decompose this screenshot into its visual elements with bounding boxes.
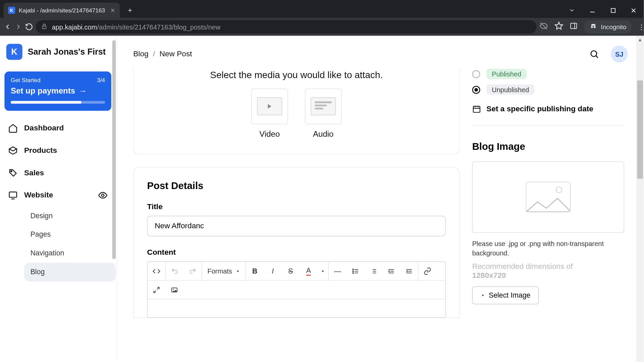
svg-rect-10: [9, 192, 17, 197]
bullet-list-button[interactable]: [346, 261, 364, 280]
media-option-video[interactable]: Video: [251, 88, 288, 139]
content-label: Content: [147, 248, 446, 257]
svg-line-17: [596, 56, 598, 58]
search-button[interactable]: [586, 46, 603, 63]
close-tab-icon[interactable]: ✕: [110, 7, 115, 14]
user-avatar[interactable]: SJ: [611, 46, 628, 63]
caret-down-icon: [481, 293, 485, 297]
post-details-panel: Post Details Title Content Formats: [133, 167, 460, 318]
window-minimize-icon[interactable]: [582, 3, 603, 18]
text-color-button[interactable]: A: [300, 261, 317, 280]
status-published-option[interactable]: Published: [472, 69, 624, 79]
editor-content-area[interactable]: [148, 299, 445, 317]
indent-button[interactable]: [400, 261, 418, 280]
forward-button[interactable]: [14, 19, 22, 34]
link-button[interactable]: [419, 261, 436, 280]
title-input[interactable]: [147, 216, 446, 236]
set-publish-date[interactable]: Set a specific publishing date: [472, 105, 624, 114]
redo-button[interactable]: [184, 261, 202, 280]
eye-off-icon[interactable]: [539, 21, 548, 32]
back-button[interactable]: [4, 19, 12, 34]
media-option-audio[interactable]: Audio: [305, 88, 341, 139]
sidebar-scrollbar[interactable]: [111, 40, 117, 299]
image-hint: Please use .jpg or .png with non-transpa…: [472, 239, 624, 258]
horizontal-rule-button[interactable]: —: [329, 261, 346, 280]
svg-line-35: [157, 287, 159, 289]
media-attach-panel: Select the media you would like to attac…: [133, 68, 460, 155]
window-close-icon[interactable]: ✕: [623, 3, 644, 18]
text-color-caret[interactable]: [317, 261, 328, 280]
kajabi-favicon: K: [8, 7, 15, 14]
kebab-menu-icon[interactable]: ⋮: [638, 22, 644, 31]
panel-icon[interactable]: [570, 22, 578, 32]
sidebar-item-sales[interactable]: Sales: [0, 162, 116, 184]
publish-status: Published Unpublished Set a specific pub…: [472, 68, 624, 126]
audio-thumbnail-icon: [305, 88, 341, 124]
svg-rect-2: [43, 26, 46, 28]
address-bar[interactable]: app.kajabi.com/admin/sites/2147647163/bl…: [36, 20, 537, 34]
scroll-thumb[interactable]: [637, 80, 643, 179]
svg-point-24: [353, 270, 354, 272]
progress-bar: [11, 101, 105, 104]
url-domain: app.kajabi.com: [52, 23, 97, 31]
sidebar-item-dashboard[interactable]: Dashboard: [0, 117, 116, 139]
bookmark-star-icon[interactable]: [554, 21, 564, 32]
fullscreen-button[interactable]: [148, 280, 165, 299]
site-name: Sarah Jonas's First: [28, 47, 106, 57]
svg-point-38: [173, 289, 174, 290]
select-image-button[interactable]: Select Image: [472, 286, 539, 304]
eye-icon[interactable]: [98, 190, 108, 200]
svg-point-12: [102, 194, 104, 196]
insert-image-button[interactable]: [165, 280, 183, 299]
browser-chrome: K Kajabi - /admin/sites/2147647163 ✕ ＋ ✕: [0, 0, 644, 36]
svg-marker-19: [322, 270, 324, 272]
sidebar-item-website[interactable]: Website: [0, 184, 116, 206]
sidebar-subitem-design[interactable]: Design: [24, 206, 116, 225]
undo-button[interactable]: [166, 261, 184, 280]
get-started-card[interactable]: Get Started 3/4 Set up payments →: [4, 71, 111, 111]
incognito-badge[interactable]: Incognito: [584, 20, 632, 34]
incognito-icon: [589, 22, 597, 32]
new-tab-button[interactable]: ＋: [123, 4, 137, 17]
bold-button[interactable]: B: [246, 261, 264, 280]
title-label: Title: [147, 202, 446, 212]
radio-unchecked-icon: [472, 70, 480, 78]
brand[interactable]: K Sarah Jonas's First: [0, 36, 116, 68]
sidebar-subitem-pages[interactable]: Pages: [24, 225, 116, 244]
get-started-label: Get Started: [11, 77, 41, 83]
formats-dropdown[interactable]: Formats: [202, 267, 246, 275]
svg-marker-18: [237, 270, 239, 272]
strikethrough-button[interactable]: S: [282, 261, 300, 280]
status-unpublished-option[interactable]: Unpublished: [472, 84, 624, 95]
window-maximize-icon[interactable]: [603, 3, 623, 18]
monitor-icon: [8, 190, 18, 200]
svg-point-16: [591, 51, 597, 57]
arrow-right-icon: →: [79, 86, 87, 96]
search-icon: [589, 49, 599, 59]
sidebar-subitem-navigation[interactable]: Navigation: [24, 244, 116, 263]
sidebar-subitem-blog[interactable]: Blog: [24, 263, 116, 282]
breadcrumb: Blog / New Post: [133, 50, 192, 59]
unpublished-chip: Unpublished: [486, 84, 534, 95]
scroll-up-icon[interactable]: ▲: [636, 36, 644, 44]
image-dropzone[interactable]: [472, 161, 624, 233]
reload-button[interactable]: [25, 19, 33, 34]
main-scrollbar[interactable]: ▲ ▼: [636, 36, 644, 362]
rich-text-editor: Formats B I S A —: [147, 261, 446, 318]
sidebar-item-products[interactable]: Products: [0, 139, 116, 162]
svg-line-36: [154, 290, 156, 292]
italic-button[interactable]: I: [264, 261, 281, 280]
post-details-heading: Post Details: [147, 180, 446, 192]
get-started-cta: Set up payments: [11, 86, 75, 96]
code-view-button[interactable]: [148, 261, 165, 280]
breadcrumb-root[interactable]: Blog: [133, 50, 148, 59]
svg-point-7: [591, 26, 593, 28]
svg-rect-39: [473, 106, 480, 112]
browser-tab[interactable]: K Kajabi - /admin/sites/2147647163 ✕: [4, 3, 120, 18]
caret-down-icon: [236, 269, 240, 273]
outdent-button[interactable]: [382, 261, 400, 280]
tab-search-icon[interactable]: [561, 3, 582, 18]
svg-marker-43: [482, 295, 484, 296]
numbered-list-button[interactable]: [364, 261, 382, 280]
media-label: Video: [259, 130, 280, 139]
